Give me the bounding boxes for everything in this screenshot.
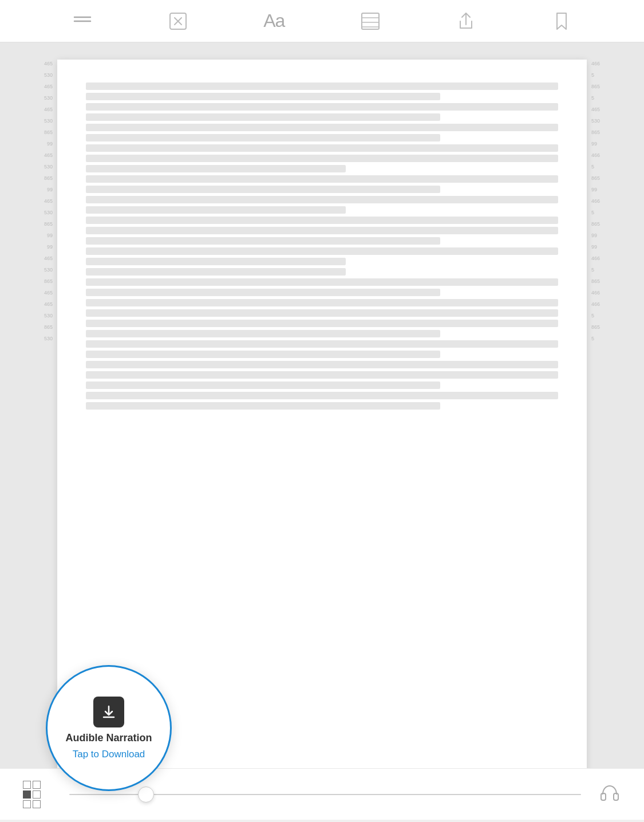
right-num-25: 5 — [591, 335, 594, 343]
line-num-7: 865 — [44, 128, 53, 136]
text-line — [86, 165, 346, 172]
right-num-7: 865 — [591, 128, 600, 136]
right-num-3: 865 — [591, 82, 600, 91]
line-num-18: 465 — [44, 254, 53, 262]
right-num-19: 5 — [591, 266, 594, 274]
grid-cell — [33, 800, 41, 808]
line-num-24: 865 — [44, 323, 53, 331]
line-num-1: 465 — [44, 60, 53, 68]
main-reading-area: 465 530 465 530 465 530 865 99 465 530 8… — [0, 42, 644, 820]
text-line — [86, 186, 440, 193]
audible-narration-popup[interactable]: Audible Narration Tap to Download — [46, 665, 172, 791]
font-button[interactable]: Aa — [263, 10, 285, 32]
view-button[interactable] — [360, 11, 381, 32]
right-num-22: 466 — [591, 300, 600, 308]
right-num-18: 466 — [591, 254, 600, 262]
right-num-17: 99 — [591, 243, 597, 251]
text-line — [86, 144, 558, 152]
toolbar: Aa — [0, 0, 644, 42]
line-num-12: 99 — [47, 186, 53, 194]
line-num-2: 530 — [44, 71, 53, 79]
line-num-3: 465 — [44, 82, 53, 91]
grid-cell — [33, 781, 41, 789]
grid-cell — [23, 781, 31, 789]
line-num-23: 530 — [44, 312, 53, 320]
right-num-13: 466 — [591, 197, 600, 205]
grid-cell — [23, 790, 31, 799]
line-num-17: 99 — [47, 243, 53, 251]
right-num-2: 5 — [591, 71, 594, 79]
bookmark-button[interactable] — [551, 11, 572, 32]
right-num-15: 865 — [591, 220, 600, 228]
right-num-11: 865 — [591, 174, 600, 182]
text-line — [86, 217, 558, 224]
text-line — [86, 247, 558, 255]
line-num-8: 99 — [47, 140, 53, 148]
text-line — [86, 103, 558, 111]
line-num-10: 530 — [44, 163, 53, 171]
progress-slider[interactable] — [69, 793, 581, 796]
line-num-11: 865 — [44, 174, 53, 182]
menu-button[interactable] — [72, 11, 93, 32]
audible-narration-title: Audible Narration — [65, 732, 152, 744]
text-line — [86, 113, 440, 121]
line-num-14: 530 — [44, 209, 53, 217]
line-num-13: 465 — [44, 197, 53, 205]
right-num-16: 99 — [591, 231, 597, 239]
headphone-icon[interactable] — [598, 782, 621, 807]
text-line — [86, 175, 558, 183]
close-button[interactable] — [168, 11, 188, 32]
text-line — [86, 340, 558, 348]
text-line — [86, 309, 558, 317]
text-line — [86, 361, 558, 368]
text-line — [86, 82, 558, 90]
line-num-9: 465 — [44, 151, 53, 159]
line-num-20: 865 — [44, 277, 53, 285]
tap-to-download-label[interactable]: Tap to Download — [73, 749, 145, 760]
right-num-1: 466 — [591, 60, 600, 68]
text-line — [86, 289, 440, 296]
text-line — [86, 330, 440, 337]
download-button[interactable] — [93, 697, 124, 727]
text-line — [86, 124, 558, 131]
right-margin: 466 5 865 5 465 530 865 99 466 5 865 99 … — [587, 42, 644, 820]
text-line — [86, 237, 440, 245]
text-line — [86, 351, 440, 358]
text-line — [86, 381, 440, 389]
line-num-22: 465 — [44, 300, 53, 308]
right-num-5: 465 — [591, 105, 600, 113]
right-num-10: 5 — [591, 163, 594, 171]
text-line — [86, 258, 346, 265]
right-num-20: 865 — [591, 277, 600, 285]
text-line — [86, 402, 440, 410]
line-num-6: 530 — [44, 117, 53, 125]
grid-icon[interactable] — [23, 781, 41, 808]
right-num-4: 5 — [591, 94, 594, 102]
line-num-16: 99 — [47, 231, 53, 239]
right-num-8: 99 — [591, 140, 597, 148]
right-num-14: 5 — [591, 209, 594, 217]
right-num-23: 5 — [591, 312, 594, 320]
right-num-24: 865 — [591, 323, 600, 331]
line-num-4: 530 — [44, 94, 53, 102]
text-line — [86, 155, 558, 162]
right-num-12: 99 — [591, 186, 597, 194]
grid-cell — [23, 800, 31, 808]
text-line — [86, 320, 558, 327]
text-line — [86, 93, 440, 100]
text-line — [86, 268, 346, 276]
right-num-9: 466 — [591, 151, 600, 159]
grid-cell — [33, 790, 41, 799]
text-line — [86, 206, 346, 214]
text-line — [86, 371, 558, 379]
line-num-25: 530 — [44, 335, 53, 343]
text-line — [86, 196, 558, 203]
text-line — [86, 299, 558, 306]
right-num-21: 466 — [591, 289, 600, 297]
line-num-15: 865 — [44, 220, 53, 228]
font-icon: Aa — [263, 10, 285, 32]
line-num-19: 530 — [44, 266, 53, 274]
left-margin: 465 530 465 530 465 530 865 99 465 530 8… — [0, 42, 57, 820]
share-button[interactable] — [456, 11, 476, 32]
slider-thumb[interactable] — [138, 786, 154, 803]
